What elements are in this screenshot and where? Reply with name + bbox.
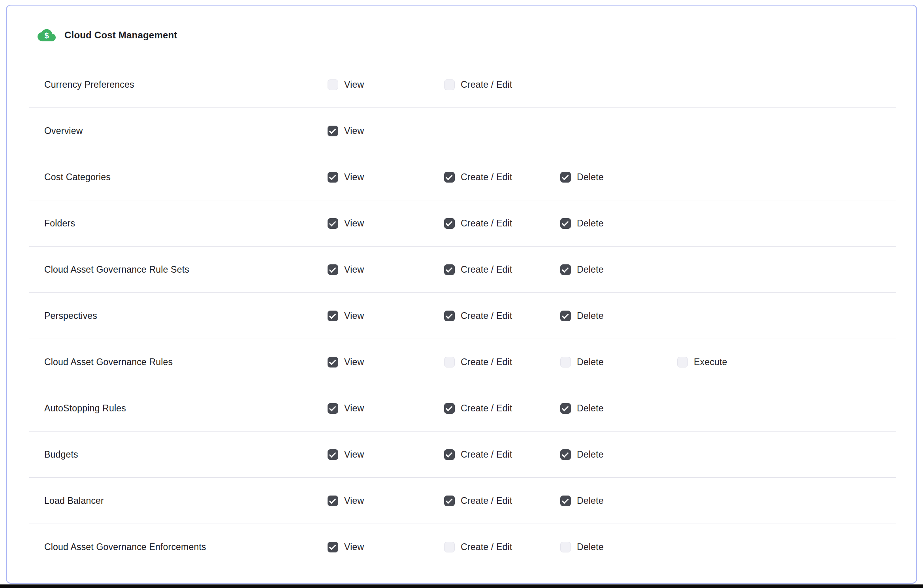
permission-checkbox[interactable] xyxy=(328,311,338,321)
permission-checkbox-label: Execute xyxy=(694,357,727,368)
permission-checkbox-label: Create / Edit xyxy=(461,542,512,552)
row-label: Folders xyxy=(44,218,328,229)
permission-checkbox-label: Delete xyxy=(577,311,604,321)
permission-checkbox-label: Create / Edit xyxy=(461,496,512,506)
permission-checkbox-label: Delete xyxy=(577,542,604,552)
permission-row: AutoStopping Rules View Create / Edit De… xyxy=(29,385,896,432)
permission-checkbox[interactable] xyxy=(560,357,571,368)
page-title: Cloud Cost Management xyxy=(64,30,177,41)
permission-checkbox[interactable] xyxy=(560,496,571,506)
permission-checkbox[interactable] xyxy=(328,449,338,460)
permission-cell: Create / Edit xyxy=(444,311,560,321)
permission-checkbox-label: View xyxy=(344,403,364,414)
permission-row: Cloud Asset Governance Rules View Create… xyxy=(29,339,896,385)
permission-cell: Create / Edit xyxy=(444,496,560,506)
permission-cell: Create / Edit xyxy=(444,357,560,368)
permission-checkbox-label: Create / Edit xyxy=(461,403,512,414)
permission-checkbox[interactable] xyxy=(444,218,455,229)
permission-cell: View xyxy=(328,403,444,414)
permission-cell: Delete xyxy=(560,542,677,552)
permission-row: Budgets View Create / Edit Delete xyxy=(29,432,896,478)
permission-checkbox[interactable] xyxy=(444,403,455,414)
permission-checkbox[interactable] xyxy=(444,496,455,506)
permission-checkbox-label: Create / Edit xyxy=(461,264,512,275)
permission-checkbox[interactable] xyxy=(560,172,571,183)
permission-checkbox[interactable] xyxy=(328,264,338,275)
permission-checkbox-label: Create / Edit xyxy=(461,357,512,368)
permission-cell: Create / Edit xyxy=(444,264,560,275)
permission-cell: Execute xyxy=(677,357,896,368)
permission-checkbox[interactable] xyxy=(560,311,571,321)
permission-checkbox[interactable] xyxy=(560,264,571,275)
permission-checkbox[interactable] xyxy=(444,172,455,183)
permission-cell: View xyxy=(328,126,444,136)
permission-checkbox[interactable] xyxy=(560,449,571,460)
permission-checkbox-label: View xyxy=(344,311,364,321)
permission-cell: Delete xyxy=(560,357,677,368)
row-label: AutoStopping Rules xyxy=(44,403,328,414)
permission-row: Folders View Create / Edit Delete xyxy=(29,200,896,247)
permission-checkbox[interactable] xyxy=(328,218,338,229)
row-label: Budgets xyxy=(44,449,328,460)
module-header: $ Cloud Cost Management xyxy=(7,6,916,44)
dollar-cloud-icon: $ xyxy=(38,26,56,44)
row-label: Load Balancer xyxy=(44,496,328,506)
permission-checkbox[interactable] xyxy=(444,264,455,275)
permission-checkbox-label: Create / Edit xyxy=(461,449,512,460)
permission-cell: Create / Edit xyxy=(444,172,560,183)
permission-checkbox-label: View xyxy=(344,126,364,136)
permission-row: Cloud Asset Governance Rule Sets View Cr… xyxy=(29,247,896,293)
permission-checkbox-label: View xyxy=(344,79,364,90)
permissions-card: $ Cloud Cost Management Currency Prefere… xyxy=(6,5,917,584)
permission-checkbox[interactable] xyxy=(328,357,338,368)
permission-checkbox[interactable] xyxy=(560,218,571,229)
screen-bottom-edge xyxy=(0,584,923,588)
permission-cell: View xyxy=(328,79,444,90)
permission-row: Load Balancer View Create / Edit Delete xyxy=(29,478,896,524)
permission-cell: Delete xyxy=(560,496,677,506)
row-label: Overview xyxy=(44,126,328,136)
permission-checkbox-label: View xyxy=(344,357,364,368)
permission-checkbox-label: View xyxy=(344,172,364,183)
permission-checkbox[interactable] xyxy=(328,79,338,90)
permission-checkbox[interactable] xyxy=(444,357,455,368)
permission-checkbox[interactable] xyxy=(444,311,455,321)
permission-checkbox[interactable] xyxy=(444,542,455,552)
permission-cell: Create / Edit xyxy=(444,403,560,414)
permission-cell: Create / Edit xyxy=(444,449,560,460)
permission-checkbox[interactable] xyxy=(328,496,338,506)
permission-checkbox-label: View xyxy=(344,496,364,506)
permission-checkbox-label: Create / Edit xyxy=(461,79,512,90)
permission-checkbox-label: Create / Edit xyxy=(461,172,512,183)
permission-cell: Delete xyxy=(560,264,677,275)
permission-checkbox[interactable] xyxy=(444,79,455,90)
permission-checkbox[interactable] xyxy=(560,542,571,552)
permission-cell: View xyxy=(328,172,444,183)
permission-checkbox-label: Create / Edit xyxy=(461,218,512,229)
permission-row: Cloud Asset Governance Enforcements View… xyxy=(29,524,896,570)
permission-checkbox[interactable] xyxy=(677,357,688,368)
permission-cell: View xyxy=(328,496,444,506)
permission-cell: Delete xyxy=(560,403,677,414)
permission-checkbox[interactable] xyxy=(328,403,338,414)
permission-row: Overview View xyxy=(29,108,896,154)
permission-checkbox[interactable] xyxy=(328,172,338,183)
permission-checkbox-label: View xyxy=(344,218,364,229)
permission-cell: View xyxy=(328,264,444,275)
permission-row: Currency Preferences View Create / Edit xyxy=(29,62,896,108)
permission-checkbox-label: View xyxy=(344,264,364,275)
permission-checkbox-label: View xyxy=(344,542,364,552)
row-label: Perspectives xyxy=(44,311,328,321)
row-label: Cloud Asset Governance Rule Sets xyxy=(44,264,328,275)
permission-checkbox[interactable] xyxy=(444,449,455,460)
permission-cell: View xyxy=(328,311,444,321)
permission-cell: Delete xyxy=(560,449,677,460)
permission-checkbox[interactable] xyxy=(328,542,338,552)
permission-checkbox[interactable] xyxy=(560,403,571,414)
permission-checkbox-label: Delete xyxy=(577,264,604,275)
permission-checkbox[interactable] xyxy=(328,126,338,136)
permission-checkbox-label: Delete xyxy=(577,496,604,506)
permission-cell: Delete xyxy=(560,218,677,229)
permission-checkbox-label: Delete xyxy=(577,218,604,229)
permission-cell: Create / Edit xyxy=(444,79,560,90)
